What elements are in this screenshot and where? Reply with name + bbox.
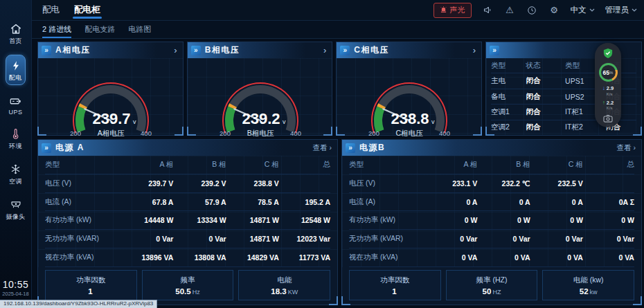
table-row: 无功功率 (kVAR) 0 Var 0 Var 0 Var 0 Var <box>349 230 634 248</box>
panel-expand-arrow[interactable] <box>174 46 177 55</box>
table-row: 电流 (A) 0 A 0 A 0 A 0A Σ <box>349 193 634 212</box>
view-link[interactable]: 查看 <box>617 143 636 153</box>
alarm-button-label: 声光 <box>450 5 465 15</box>
shield-check-icon <box>602 48 614 59</box>
cell-a: 0 W <box>423 216 477 224</box>
language-label: 中文 <box>571 5 587 15</box>
cell-a: 14448 W <box>119 216 173 224</box>
table-row: 视在功率 (kVA) 0 VA 0 VA 0 VA 0 VA <box>349 248 634 267</box>
download-unit: K/s <box>607 92 613 96</box>
user-label: 管理员 <box>605 5 629 15</box>
double-chevron-icon <box>42 46 51 55</box>
panel-header: 电源B 查看 <box>342 140 641 156</box>
summary-energy: 电能 (kw) 52kw <box>542 270 634 300</box>
breaker-type: 备电 <box>491 92 526 102</box>
tab-power[interactable]: 配电 <box>41 0 61 20</box>
double-chevron-icon <box>42 143 51 153</box>
summary-frequency: 频率 50.5Hz <box>142 270 234 300</box>
panel-body: 239.2 v 200 B相电压 400 <box>188 58 332 135</box>
user-dropdown[interactable]: 管理员 <box>605 5 638 15</box>
summary-unit: kw <box>590 289 598 296</box>
sidebar-item-ups[interactable]: UPS <box>8 94 22 116</box>
gauge-unit: v <box>283 118 286 125</box>
sidebar-item-label: UPS <box>8 109 22 116</box>
gauge-min: 200 <box>368 129 379 137</box>
gauge-max: 400 <box>141 129 152 137</box>
warning-icon[interactable]: ⚠ <box>504 4 516 16</box>
memory-usage-unit: % <box>609 71 613 75</box>
power-a-table: 类型 A 相 B 相 C 相 总 电压 (V) 239.7 V 239.2 V … <box>38 156 337 267</box>
chevron-down-icon <box>589 8 595 12</box>
summary-power-factor: 功率因数 1 <box>349 270 441 300</box>
table-row: 电流 (A) 67.8 A 57.9 A 78.5 A 195.2 A <box>45 193 330 212</box>
cell-total: 0 W <box>583 216 634 224</box>
clock-icon[interactable] <box>526 4 538 16</box>
horn-icon[interactable] <box>482 4 494 16</box>
row-label: 电压 (V) <box>349 179 423 188</box>
panel-expand-arrow[interactable] <box>473 46 476 55</box>
chevron-down-icon <box>632 8 637 12</box>
subtab-distribution-branch[interactable]: 配电支路 <box>84 21 115 38</box>
sidebar-item-power[interactable]: 配电 <box>6 55 26 85</box>
table-row: 有功功率 (kW) 0 W 0 W 0 W 0 W <box>349 211 634 230</box>
summary-label: 功率因数 <box>76 275 105 285</box>
cell-total: 12023 Var <box>279 235 330 243</box>
summary-label: 频率 (HZ) <box>476 275 508 285</box>
thermometer-icon <box>9 127 22 141</box>
sidebar-item-camera[interactable]: 摄像头 <box>6 198 26 221</box>
subtab-circuit-diagram[interactable]: 电路图 <box>128 21 151 38</box>
column-header: B 相 <box>173 160 226 170</box>
panel-title: 电源B <box>359 142 385 154</box>
summary-value: 50 <box>483 287 492 296</box>
summary-unit: HZ <box>492 289 501 296</box>
download-value: 2.9 <box>607 86 614 91</box>
cell-a: 0 Var <box>119 235 173 243</box>
panel-power-a: 电源 A 查看 类型 A 相 B 相 C 相 总 <box>37 139 338 305</box>
battery-icon <box>9 94 22 107</box>
summary-label: 电能 <box>277 275 292 285</box>
gauge-value: 238.8 <box>391 110 429 127</box>
sidebar: 首页 配电 UPS 环境 <box>0 0 32 302</box>
power-row: 电源 A 查看 类型 A 相 B 相 C 相 总 <box>37 139 642 305</box>
double-chevron-icon <box>340 46 350 55</box>
down-arrow-icon: ↓ <box>602 86 605 91</box>
summary-frequency: 频率 (HZ) 50HZ <box>446 270 538 300</box>
row-label: 电压 (V) <box>45 179 119 188</box>
view-link[interactable]: 查看 <box>313 143 332 153</box>
panel-header: B相电压 <box>188 42 332 58</box>
breaker-state: 闭合 <box>526 76 565 86</box>
cell-total: 0 Var <box>583 235 634 243</box>
column-header: 类型 <box>349 160 423 170</box>
memory-usage-value: 65 <box>603 69 609 76</box>
cell-b: 239.2 V <box>173 179 226 188</box>
cell-a: 0 Var <box>423 235 477 243</box>
panel-title: A相电压 <box>55 44 91 56</box>
main-area: 配电 配电柜 声光 ⚠ <box>32 0 644 302</box>
gear-icon[interactable]: ⚙ <box>548 4 560 16</box>
home-icon <box>9 22 22 35</box>
sidebar-item-ac[interactable]: 空调 <box>9 163 22 186</box>
sidebar-item-label: 环境 <box>9 142 22 151</box>
cell-c: 0 A <box>530 198 583 206</box>
cell-b: 0 VA <box>477 253 530 262</box>
summary-energy: 电能 18.3KW <box>238 270 330 300</box>
row-label: 视在功率 (kVA) <box>349 253 423 262</box>
column-header: B 相 <box>477 160 530 170</box>
language-dropdown[interactable]: 中文 <box>571 5 595 15</box>
column-header: A 相 <box>423 160 477 170</box>
cell-total: 195.2 A <box>279 198 330 206</box>
upload-value: 2.2 <box>607 100 614 106</box>
sidebar-item-label: 摄像头 <box>6 212 26 221</box>
sidebar-item-home[interactable]: 首页 <box>9 22 22 46</box>
screenshot-camera-button[interactable] <box>603 114 613 123</box>
sound-light-alarm-button[interactable]: 声光 <box>433 3 472 18</box>
panel-expand-arrow[interactable] <box>323 46 326 55</box>
subtab-incoming-lines[interactable]: 2 路进线 <box>42 21 71 38</box>
cell-b: 0 W <box>477 216 530 224</box>
summary-label: 电能 (kw) <box>573 275 604 285</box>
tab-power-cabinet[interactable]: 配电柜 <box>73 0 102 20</box>
gauge-unit: v <box>133 118 136 125</box>
column-header: 总 <box>583 160 634 170</box>
cell-c: 0 Var <box>530 235 583 243</box>
sidebar-item-environment[interactable]: 环境 <box>9 127 22 151</box>
